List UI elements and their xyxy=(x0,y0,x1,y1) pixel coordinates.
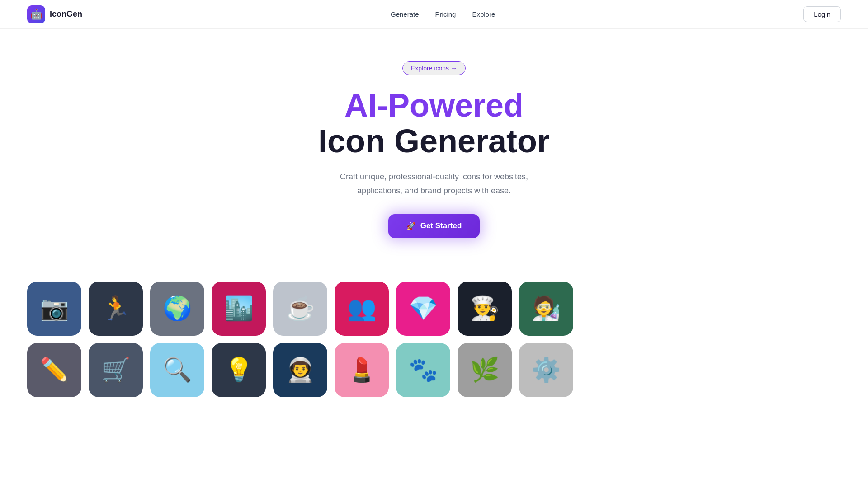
hero-section: Explore icons → AI-Powered Icon Generato… xyxy=(0,29,868,256)
explore-badge[interactable]: Explore icons → xyxy=(402,61,466,75)
globe-icon[interactable]: 🌍 xyxy=(150,282,204,336)
paw-icon[interactable]: 🐾 xyxy=(396,343,450,397)
gear-icon[interactable]: ⚙️ xyxy=(519,343,573,397)
camera-icon[interactable]: 📷 xyxy=(27,282,81,336)
icons-grid: 📷🏃🌍🏙️☕👥💎👨‍🍳🧑‍🔬✏️🛒🔍💡👨‍🚀💄🐾🌿⚙️ xyxy=(27,282,635,397)
logo-text: IconGen xyxy=(50,9,82,19)
bulb-icon[interactable]: 💡 xyxy=(212,343,266,397)
get-started-button[interactable]: 🚀 Get Started xyxy=(388,214,480,238)
hero-title: AI-Powered Icon Generator xyxy=(318,88,550,170)
chef-icon[interactable]: 👨‍🍳 xyxy=(458,282,512,336)
team-icon[interactable]: 👥 xyxy=(335,282,389,336)
hero-title-line2: Icon Generator xyxy=(318,123,550,159)
search-icon[interactable]: 🔍 xyxy=(150,343,204,397)
gem-icon[interactable]: 💎 xyxy=(396,282,450,336)
lipstick-icon[interactable]: 💄 xyxy=(335,343,389,397)
astronaut-icon[interactable]: 👨‍🚀 xyxy=(273,343,327,397)
icons-section: 📷🏃🌍🏙️☕👥💎👨‍🍳🧑‍🔬✏️🛒🔍💡👨‍🚀💄🐾🌿⚙️ xyxy=(0,256,868,406)
nav-generate[interactable]: Generate xyxy=(391,10,419,18)
hero-subtitle: Craft unique, professional-quality icons… xyxy=(316,170,552,197)
main-nav: Generate Pricing Explore xyxy=(391,10,495,18)
logo-icon: 🤖 xyxy=(27,5,45,23)
logo[interactable]: 🤖 IconGen xyxy=(27,5,82,23)
leaf-icon[interactable]: 🌿 xyxy=(458,343,512,397)
city-icon[interactable]: 🏙️ xyxy=(212,282,266,336)
runner-icon[interactable]: 🏃 xyxy=(89,282,143,336)
hero-title-line1: AI-Powered xyxy=(318,88,550,123)
get-started-label: Get Started xyxy=(420,221,462,230)
cart-icon[interactable]: 🛒 xyxy=(89,343,143,397)
coffee-icon[interactable]: ☕ xyxy=(273,282,327,336)
get-started-icon: 🚀 xyxy=(406,221,416,231)
scientist-icon[interactable]: 🧑‍🔬 xyxy=(519,282,573,336)
nav-pricing[interactable]: Pricing xyxy=(435,10,456,18)
nav-explore[interactable]: Explore xyxy=(472,10,495,18)
pencils-icon[interactable]: ✏️ xyxy=(27,343,81,397)
login-button[interactable]: Login xyxy=(803,6,841,22)
